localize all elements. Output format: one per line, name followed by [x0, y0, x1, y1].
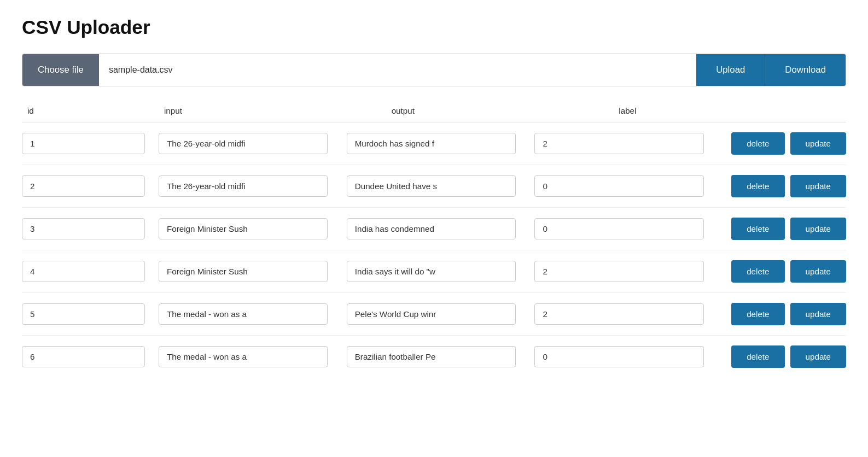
input-field-3[interactable] [159, 218, 328, 239]
cell-id-1 [22, 133, 159, 154]
id-input-5[interactable] [22, 303, 145, 325]
delete-button-1[interactable]: delete [731, 132, 784, 155]
output-field-1[interactable] [347, 133, 516, 154]
output-field-6[interactable] [347, 346, 516, 367]
update-button-2[interactable]: update [790, 175, 846, 197]
delete-button-3[interactable]: delete [731, 218, 784, 240]
table-row: delete update [22, 293, 846, 336]
cell-output-1 [347, 133, 535, 154]
cell-label-4 [534, 261, 723, 282]
update-button-3[interactable]: update [790, 218, 846, 240]
input-field-5[interactable] [159, 303, 328, 325]
col-input-header: input [159, 106, 386, 115]
cell-actions-6: delete update [723, 345, 846, 368]
label-field-3[interactable] [534, 218, 703, 239]
cell-id-5 [22, 303, 159, 325]
output-field-5[interactable] [347, 303, 516, 325]
cell-id-4 [22, 261, 159, 282]
label-field-1[interactable] [534, 133, 703, 154]
table-row: delete update [22, 122, 846, 165]
col-label-header: label [613, 106, 841, 115]
download-button[interactable]: Download [765, 54, 846, 86]
label-field-6[interactable] [534, 346, 703, 367]
cell-output-6 [347, 346, 535, 367]
delete-button-6[interactable]: delete [731, 345, 784, 368]
choose-file-button[interactable]: Choose file [22, 54, 99, 86]
table-row: delete update [22, 208, 846, 250]
cell-actions-4: delete update [723, 260, 846, 283]
input-field-6[interactable] [159, 346, 328, 367]
cell-input-2 [159, 175, 347, 197]
id-input-1[interactable] [22, 133, 145, 154]
label-field-5[interactable] [534, 303, 703, 325]
upload-bar: Choose file sample-data.csv Upload Downl… [22, 54, 846, 86]
col-output-header: output [386, 106, 614, 115]
output-field-3[interactable] [347, 218, 516, 239]
output-field-4[interactable] [347, 261, 516, 282]
id-input-3[interactable] [22, 218, 145, 239]
col-id-header: id [22, 106, 159, 115]
cell-id-2 [22, 175, 159, 197]
cell-id-6 [22, 346, 159, 367]
cell-label-6 [534, 346, 723, 367]
id-input-6[interactable] [22, 346, 145, 367]
cell-input-6 [159, 346, 347, 367]
cell-output-4 [347, 261, 535, 282]
input-field-1[interactable] [159, 133, 328, 154]
update-button-1[interactable]: update [790, 132, 846, 155]
cell-actions-3: delete update [723, 218, 846, 240]
page-title: CSV Uploader [22, 16, 846, 38]
id-input-4[interactable] [22, 261, 145, 282]
input-field-4[interactable] [159, 261, 328, 282]
col-actions-header [841, 106, 846, 115]
cell-input-4 [159, 261, 347, 282]
cell-actions-5: delete update [723, 303, 846, 325]
table-header: id input output label [22, 106, 846, 122]
cell-input-5 [159, 303, 347, 325]
data-table: id input output label delete update [22, 106, 846, 378]
cell-label-3 [534, 218, 723, 239]
label-field-2[interactable] [534, 175, 703, 197]
cell-output-5 [347, 303, 535, 325]
cell-id-3 [22, 218, 159, 239]
file-name-display: sample-data.csv [99, 65, 696, 75]
table-row: delete update [22, 336, 846, 378]
delete-button-5[interactable]: delete [731, 303, 784, 325]
cell-label-5 [534, 303, 723, 325]
table-rows: delete update delete update [22, 122, 846, 378]
cell-label-2 [534, 175, 723, 197]
upload-button[interactable]: Upload [696, 54, 765, 86]
update-button-6[interactable]: update [790, 345, 846, 368]
table-row: delete update [22, 250, 846, 293]
label-field-4[interactable] [534, 261, 703, 282]
id-input-2[interactable] [22, 175, 145, 197]
delete-button-4[interactable]: delete [731, 260, 784, 283]
cell-output-3 [347, 218, 535, 239]
update-button-5[interactable]: update [790, 303, 846, 325]
table-row: delete update [22, 165, 846, 208]
cell-actions-2: delete update [723, 175, 846, 197]
cell-input-1 [159, 133, 347, 154]
input-field-2[interactable] [159, 175, 328, 197]
update-button-4[interactable]: update [790, 260, 846, 283]
cell-input-3 [159, 218, 347, 239]
cell-output-2 [347, 175, 535, 197]
cell-actions-1: delete update [723, 132, 846, 155]
delete-button-2[interactable]: delete [731, 175, 784, 197]
output-field-2[interactable] [347, 175, 516, 197]
cell-label-1 [534, 133, 723, 154]
